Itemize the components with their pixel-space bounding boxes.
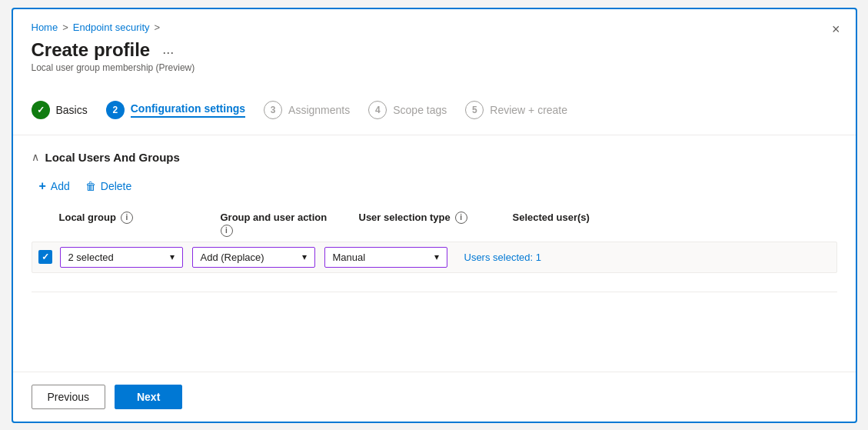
breadcrumb: Home > Endpoint security >: [32, 22, 837, 33]
selected-users-cell[interactable]: Users selected: 1: [457, 248, 572, 267]
step-review-circle: 5: [465, 101, 484, 119]
step-assignments-label: Assignments: [288, 104, 350, 116]
breadcrumb-sep1: >: [62, 22, 68, 33]
user-type-info-icon[interactable]: i: [455, 212, 467, 224]
step-basics-circle: ✓: [32, 101, 50, 119]
step-scope-label: Scope tags: [393, 104, 447, 116]
selected-users-value: Users selected: 1: [464, 252, 541, 263]
group-action-value: Add (Replace): [201, 252, 264, 263]
modal-body: ∧ Local Users And Groups + Add 🗑 Delete …: [13, 135, 856, 372]
breadcrumb-sep2: >: [155, 22, 161, 33]
user-type-value: Manual: [333, 252, 366, 263]
close-button[interactable]: ×: [832, 22, 840, 38]
step-assignments-circle: 3: [264, 101, 282, 119]
th-local-group-label: Local group: [59, 212, 116, 223]
step-scope-circle: 4: [368, 101, 387, 119]
delete-button[interactable]: 🗑 Delete: [84, 177, 133, 195]
local-group-dropdown[interactable]: 2 selected ▾: [60, 247, 183, 268]
create-profile-modal: Home > Endpoint security > Create profil…: [12, 8, 857, 423]
add-button[interactable]: + Add: [38, 176, 72, 196]
local-group-dropdown-arrow: ▾: [170, 252, 175, 262]
steps-bar: ✓ Basics 2 Configuration settings 3 Assi…: [13, 85, 856, 135]
th-group-action-label: Group and user action: [221, 212, 328, 223]
section-header: ∧ Local Users And Groups: [32, 151, 837, 164]
th-user-type-label: User selection type: [359, 212, 451, 223]
table-row: ✓ 2 selected ▾ Add (Replace) ▾ Manual ▾ …: [32, 242, 837, 273]
section-divider: [32, 292, 837, 292]
th-user-type: User selection type i: [359, 212, 513, 224]
breadcrumb-home[interactable]: Home: [32, 22, 58, 33]
row-check-icon: ✓: [42, 252, 49, 262]
group-action-dropdown-arrow: ▾: [302, 252, 307, 262]
user-selection-type-dropdown[interactable]: Manual ▾: [324, 247, 447, 268]
modal-footer: Previous Next: [13, 372, 856, 422]
step-basics-label: Basics: [56, 104, 88, 116]
section-chevron-icon[interactable]: ∧: [32, 151, 39, 163]
delete-icon: 🗑: [85, 180, 96, 192]
th-group-action: Group and user action i: [221, 212, 359, 237]
group-action-info-icon[interactable]: i: [221, 225, 233, 237]
step-config-label: Configuration settings: [131, 102, 245, 118]
step-basics[interactable]: ✓ Basics: [32, 95, 100, 125]
modal-header: Home > Endpoint security > Create profil…: [13, 9, 856, 85]
previous-button[interactable]: Previous: [32, 385, 105, 409]
page-title: Create profile: [32, 39, 151, 61]
add-icon: +: [39, 179, 46, 193]
delete-label: Delete: [101, 180, 131, 192]
th-selected-users-label: Selected user(s): [513, 212, 590, 223]
ellipsis-button[interactable]: ...: [158, 40, 178, 59]
next-button[interactable]: Next: [115, 385, 182, 409]
user-type-dropdown-arrow: ▾: [434, 252, 439, 262]
step-assignments[interactable]: 3 Assignments: [258, 95, 362, 125]
row-checkbox[interactable]: ✓: [38, 250, 52, 264]
step-review-label: Review + create: [490, 104, 567, 116]
th-local-group: Local group i: [59, 212, 221, 224]
close-icon: ×: [832, 22, 840, 37]
step-config[interactable]: 2 Configuration settings: [100, 95, 258, 125]
group-action-dropdown[interactable]: Add (Replace) ▾: [192, 247, 315, 268]
add-label: Add: [51, 180, 70, 192]
breadcrumb-endpoint-security[interactable]: Endpoint security: [73, 22, 150, 33]
title-row: Create profile ...: [32, 39, 837, 61]
local-group-value: 2 selected: [68, 252, 114, 263]
subtitle: Local user group membership (Preview): [32, 62, 837, 73]
table-header: Local group i Group and user action i Us…: [32, 212, 837, 237]
step-config-circle: 2: [106, 101, 125, 119]
step-review[interactable]: 5 Review + create: [459, 95, 580, 125]
th-selected-users: Selected user(s): [513, 212, 667, 223]
action-bar: + Add 🗑 Delete: [32, 176, 837, 196]
section-title: Local Users And Groups: [45, 151, 180, 164]
local-group-info-icon[interactable]: i: [121, 212, 133, 224]
step-scope[interactable]: 4 Scope tags: [362, 95, 459, 125]
